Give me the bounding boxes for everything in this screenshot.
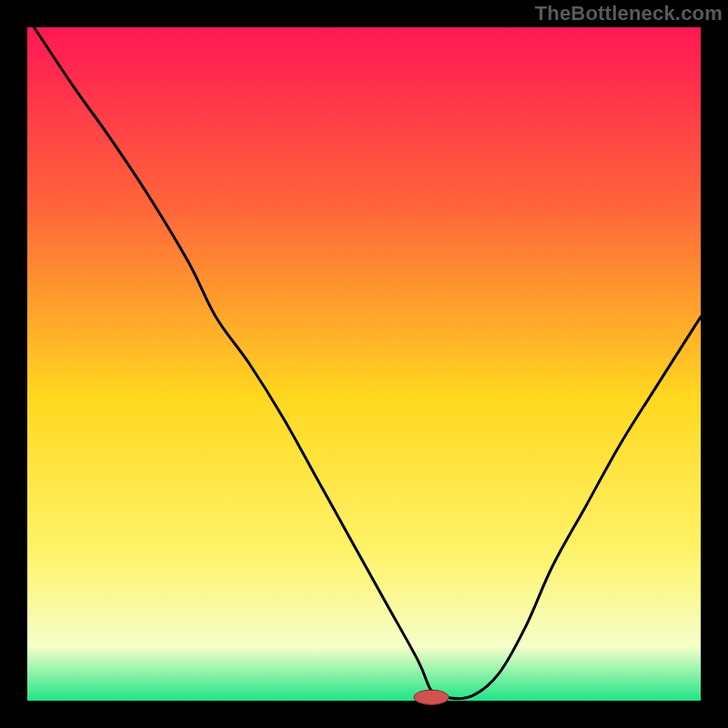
optimal-marker	[414, 690, 449, 704]
gradient-background	[27, 27, 701, 701]
watermark-text: TheBottleneck.com	[535, 2, 723, 25]
chart-frame: { "watermark": "TheBottleneck.com", "col…	[0, 0, 728, 728]
bottleneck-chart	[0, 0, 728, 728]
